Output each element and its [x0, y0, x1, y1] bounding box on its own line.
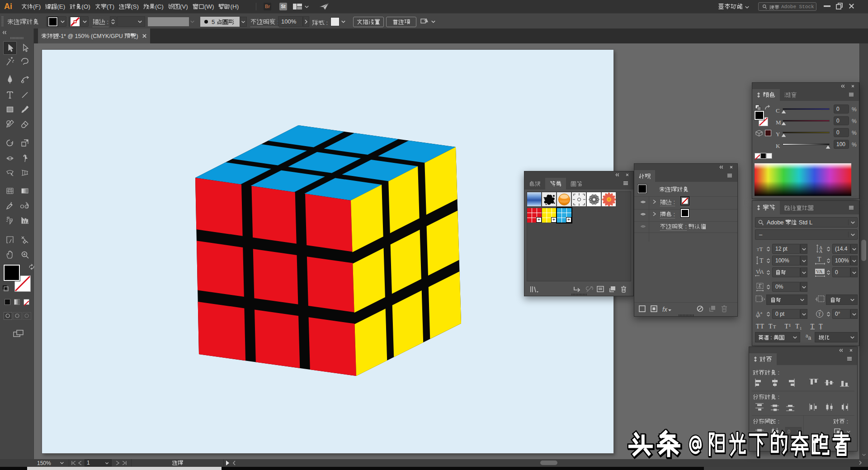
svg-text:A: A [756, 310, 760, 317]
svg-text:TT: TT [757, 246, 763, 252]
svg-text:VA: VA [816, 269, 823, 274]
svg-text:T: T [760, 257, 764, 264]
svg-text:A: A [760, 269, 764, 275]
svg-text:A: A [819, 249, 823, 253]
svg-text:V: V [756, 269, 760, 275]
svg-text:T: T [818, 312, 821, 317]
svg-text:T: T [817, 256, 821, 263]
svg-text:a: a [760, 310, 762, 315]
